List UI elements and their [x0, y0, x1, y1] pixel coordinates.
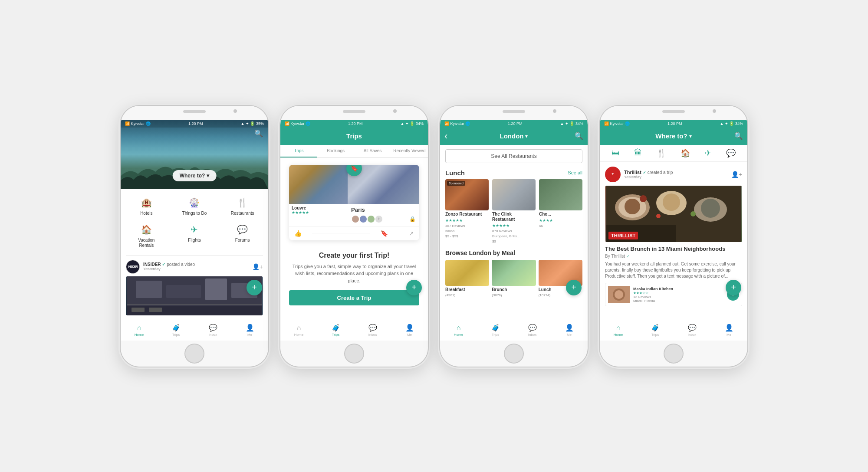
category-restaurants[interactable]: 🍴 Restaurants [218, 193, 266, 220]
home-button-2[interactable] [344, 344, 364, 364]
share-button[interactable]: ↗ [409, 230, 414, 237]
mini-restaurant-reviews: 12 Reviews [633, 295, 723, 299]
create-trip-button[interactable]: Create a Trip [289, 290, 419, 305]
speaker-3 [503, 110, 525, 113]
fab-button-4[interactable]: + [726, 280, 741, 295]
tab-home-3[interactable]: ⌂ Home [440, 320, 477, 341]
tab-trips-4[interactable]: 🧳 Trips [637, 320, 674, 341]
tab-trips-1[interactable]: 🧳 Trips [158, 320, 194, 341]
zonzo-image: Sponsored [445, 179, 489, 210]
restaurant-clink[interactable]: The Clink Restaurant ★★★★★ 870 Reviews E… [492, 179, 536, 243]
news-flights-icon[interactable]: ✈ [705, 148, 711, 158]
camera-4 [713, 109, 716, 113]
home-tab-icon-2: ⌂ [297, 324, 301, 332]
see-all-restaurants-button[interactable]: See All Restaurants [445, 149, 582, 163]
tab-inbox-1[interactable]: 💬 Inbox [194, 320, 231, 341]
home-button-3[interactable] [504, 344, 524, 364]
category-forums[interactable]: 💬 Forums [218, 220, 266, 252]
lunch-see-all-button[interactable]: See all [568, 170, 582, 175]
restaurant-zonzo[interactable]: Sponsored Zonzo Restaurant ★★★★★ 487 Rev… [445, 179, 489, 243]
svg-rect-1 [136, 281, 162, 298]
clink-image [492, 179, 536, 210]
tab-inbox-2[interactable]: 💬 Inbox [354, 320, 391, 341]
tab-bookings[interactable]: Bookings [317, 145, 354, 157]
tab-home-1[interactable]: ⌂ Home [121, 320, 158, 341]
news-vacation-icon[interactable]: 🏠 [681, 148, 690, 158]
lunch-section-title: Lunch [445, 169, 465, 177]
add-user-button-1[interactable]: 👤+ [252, 263, 263, 270]
home-button-4[interactable] [664, 344, 684, 364]
fab-button-1[interactable]: + [247, 280, 262, 295]
tab-me-3[interactable]: 👤 Me [551, 320, 588, 341]
home-button-1[interactable] [184, 344, 204, 364]
brunch-label: Brunch [492, 287, 536, 292]
article-by: By Thrillist ✓ [605, 254, 742, 259]
feed-video-image [126, 276, 263, 315]
browse-breakfast[interactable]: Breakfast (4901) [445, 260, 489, 297]
news-feed-item: T Thrillist ✓ created a trip Yesterday 👤… [600, 162, 747, 311]
restaurant-third[interactable]: Cho... ★★★★ $$ [539, 179, 582, 243]
category-flights[interactable]: ✈ Flights [171, 220, 219, 252]
bookmark-action-btn[interactable]: 🔖 [381, 230, 388, 237]
browse-brunch[interactable]: Brunch (3078) [492, 260, 536, 297]
tab-me-1[interactable]: 👤 Me [231, 320, 268, 341]
fab-button-3[interactable]: + [566, 280, 582, 295]
me-tab-icon-2: 👤 [405, 324, 414, 332]
screen-4: 📶 Kyivstar 🌐 1:20 PM ▲ ✦ 🔋 34% Where to?… [600, 120, 747, 341]
category-things[interactable]: 🎡 Things to Do [171, 193, 219, 220]
svg-point-12 [625, 199, 640, 214]
home-tab-icon-3: ⌂ [457, 324, 461, 332]
where-to-dropdown[interactable]: Where to? ▾ [655, 132, 691, 140]
news-restaurants-icon[interactable]: 🍴 [657, 148, 666, 158]
tab-home-4[interactable]: ⌂ Home [600, 320, 637, 341]
feed-time-1: Yesterday [143, 267, 249, 271]
add-user-button-4[interactable]: 👤+ [731, 171, 742, 178]
tab-inbox-3[interactable]: 💬 Inbox [514, 320, 551, 341]
me-tab-label-2: Me [407, 333, 412, 337]
tab-trips-3[interactable]: 🧳 Trips [477, 320, 514, 341]
svg-point-17 [640, 195, 647, 202]
status-bar-4: 📶 Kyivstar 🌐 1:20 PM ▲ ✦ 🔋 34% [600, 120, 747, 128]
news-hotels-icon[interactable]: 🛏 [612, 148, 619, 158]
fab-button-2[interactable]: + [406, 280, 422, 295]
search-icon-1[interactable]: 🔍 [254, 129, 263, 138]
me-tab-icon-3: 👤 [565, 324, 574, 332]
phone-top-2 [280, 106, 428, 120]
news-attractions-icon[interactable]: 🏛 [634, 148, 642, 158]
search-icon-4[interactable]: 🔍 [734, 132, 743, 140]
hotels-label: Hotels [140, 211, 152, 216]
tab-bar-3: ⌂ Home 🧳 Trips 💬 Inbox 👤 Me [440, 320, 588, 341]
category-grid-1: 🏨 Hotels 🎡 Things to Do 🍴 Restaurants 🏠 … [121, 189, 268, 255]
mini-restaurant-card: Maska Indian Kitchen ★★★☆☆ 12 Reviews Mi… [605, 283, 742, 306]
category-hotels[interactable]: 🏨 Hotels [122, 193, 171, 220]
tab-trips-list[interactable]: Trips [280, 145, 317, 157]
where-to-button[interactable]: Where to? ▾ [173, 170, 217, 181]
location-selector[interactable]: London ▾ [500, 132, 528, 140]
tab-me-2[interactable]: 👤 Me [391, 320, 428, 341]
back-button-3[interactable]: ‹ [444, 131, 447, 142]
breakfast-label: Breakfast [445, 287, 489, 292]
louvre-sub-card: Louvre ★★★★★ [289, 165, 348, 226]
search-icon-3[interactable]: 🔍 [575, 132, 583, 140]
louvre-title: Louvre [292, 206, 345, 210]
zonzo-stars: ★★★★★ [445, 218, 489, 223]
tab-recently-viewed[interactable]: Recently Viewed [391, 145, 428, 157]
tab-me-4[interactable]: 👤 Me [710, 320, 747, 341]
tab-home-2[interactable]: ⌂ Home [280, 320, 317, 341]
tab-bar-1: ⌂ Home 🧳 Trips 💬 Inbox 👤 Me [121, 320, 268, 341]
things-icon: 🎡 [186, 196, 203, 209]
tab-all-saves[interactable]: All Saves [354, 145, 391, 157]
tab-inbox-4[interactable]: 💬 Inbox [674, 320, 710, 341]
insider-avatar: INSIDER [126, 260, 140, 274]
like-button[interactable]: 👍 [294, 230, 302, 237]
phone-4: 📶 Kyivstar 🌐 1:20 PM ▲ ✦ 🔋 34% Where to?… [600, 106, 747, 367]
svg-rect-6 [127, 306, 262, 315]
news-forums-icon[interactable]: 💬 [726, 148, 736, 158]
category-vacation[interactable]: 🏠 VacationRentals [122, 220, 171, 252]
screen-2: 📶 Kyivstar 🌐 1:20 PM ▲ ✦ 🔋 34% Trips Tri… [280, 120, 428, 341]
thrillist-name: Thrillist ✓ created a trip [624, 170, 728, 175]
me-tab-icon-1: 👤 [246, 324, 254, 332]
add-avatar-btn[interactable]: + [375, 215, 383, 223]
lunch-section-header: Lunch See all [440, 167, 588, 179]
tab-trips-2[interactable]: 🧳 Trips [317, 320, 354, 341]
